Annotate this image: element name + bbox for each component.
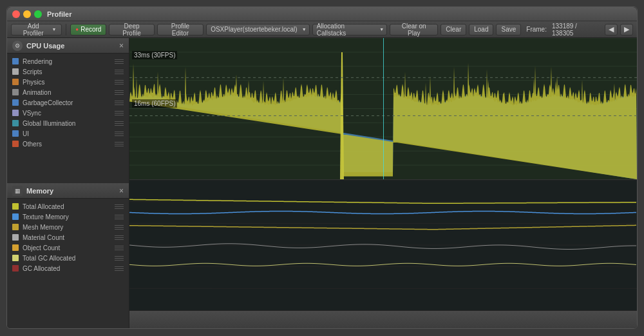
legend-line-1 (115, 235, 124, 236)
legend-line-2 (115, 123, 124, 124)
profiler-window: Profiler Add Profiler ▼ ● Record Deep Pr… (6, 6, 638, 329)
legend-item-label: VSync (23, 110, 41, 117)
legend-lines (115, 132, 124, 136)
legend-line-2 (115, 227, 124, 228)
frame-label: Frame: (526, 26, 547, 33)
legend-line-3 (115, 94, 124, 95)
window-title: Profiler (47, 10, 72, 18)
legend-line-2 (115, 144, 124, 144)
load-button[interactable]: Load (469, 24, 493, 35)
legend-line-3 (115, 63, 124, 64)
legend-item-label: GC Allocated (23, 265, 60, 272)
legend-line-3 (115, 104, 124, 105)
legend-color-swatch (12, 130, 19, 137)
cpu-33ms-label: 33ms (30FPS) (132, 51, 177, 59)
legend-color-swatch (12, 255, 19, 261)
cpu-legend-item: UI (7, 128, 129, 139)
legend-line-1 (115, 225, 124, 226)
next-frame-button[interactable]: ▶ (620, 24, 633, 35)
toolbar: Add Profiler ▼ ● Record Deep Profile Pro… (7, 21, 637, 38)
cpu-legend-item: VSync (7, 108, 129, 118)
memory-icon: ▦ (12, 186, 23, 196)
deep-profile-button[interactable]: Deep Profile (109, 24, 154, 35)
minimize-button[interactable] (23, 10, 31, 18)
cpu-legend-item: Animation (7, 87, 129, 97)
legend-line-2 (115, 237, 124, 238)
legend-lines (115, 215, 124, 219)
legend-line-3 (115, 146, 124, 146)
clear-on-play-button[interactable]: Clear on Play (390, 24, 438, 35)
legend-item-label: Physics (23, 79, 44, 86)
legend-color-swatch (12, 234, 19, 241)
legend-line-2 (115, 268, 124, 269)
memory-legend-list: Total Allocated Texture Memory Mesh Memo… (7, 199, 129, 328)
legend-item-label: Mesh Memory (23, 224, 63, 231)
save-button[interactable]: Save (496, 24, 521, 35)
cursor-line (383, 38, 384, 179)
memory-legend-item: Total Allocated (7, 201, 129, 212)
legend-item-label: GarbageCollector (23, 99, 73, 106)
clear-on-play-label: Clear on Play (395, 23, 433, 37)
legend-lines (115, 142, 124, 146)
bottom-bar (129, 310, 637, 328)
left-panel: ⚙ CPU Usage × Rendering Scripts Physics (7, 38, 129, 328)
add-profiler-button[interactable]: Add Profiler ▼ (11, 24, 62, 35)
legend-line-3 (115, 239, 124, 240)
cpu-legend-list: Rendering Scripts Physics (7, 54, 129, 183)
memory-panel-title: Memory (26, 187, 53, 195)
next-icon: ▶ (624, 25, 629, 34)
target-dropdown[interactable]: OSXPlayer(stoertebeker.local) (206, 24, 310, 35)
legend-lines (115, 204, 124, 209)
legend-lines (115, 246, 124, 250)
legend-line-1 (115, 80, 124, 81)
legend-lines (115, 70, 124, 74)
legend-line-2 (115, 92, 124, 93)
cpu-panel-header: ⚙ CPU Usage × (7, 38, 129, 54)
cpu-chart[interactable]: 33ms (30FPS) 16ms (60FPS) (129, 38, 637, 180)
cpu-panel-close-button[interactable]: × (119, 42, 124, 50)
legend-line-2 (115, 248, 124, 248)
close-button[interactable] (12, 10, 20, 18)
record-label: Record (80, 26, 101, 33)
right-panel: 33ms (30FPS) 16ms (60FPS) (129, 38, 637, 328)
record-button[interactable]: ● Record (70, 24, 106, 35)
legend-line-1 (115, 246, 124, 246)
memory-legend-item: GC Allocated (7, 263, 129, 273)
legend-item-label: Material Count (23, 234, 64, 241)
legend-line-2 (115, 258, 124, 259)
memory-panel-close-button[interactable]: × (119, 187, 124, 195)
load-label: Load (474, 26, 488, 33)
legend-line-1 (115, 101, 124, 101)
target-dropdown-label: OSXPlayer(stoertebeker.local) (211, 26, 298, 33)
legend-line-2 (115, 103, 124, 103)
legend-line-2 (115, 113, 124, 114)
legend-color-swatch (12, 68, 19, 75)
memory-chart[interactable] (129, 180, 637, 310)
cpu-legend-item: Others (7, 139, 129, 149)
legend-item-label: Rendering (23, 58, 52, 65)
legend-color-swatch (12, 141, 19, 147)
title-bar: Profiler (7, 7, 637, 21)
legend-line-3 (115, 260, 124, 261)
legend-line-2 (115, 82, 124, 83)
clear-button[interactable]: Clear (440, 24, 466, 35)
prev-frame-button[interactable]: ◀ (605, 24, 618, 35)
allocation-dropdown[interactable]: Allocation Callstacks (312, 24, 387, 35)
cpu-icon: ⚙ (12, 41, 23, 51)
legend-line-3 (115, 115, 124, 115)
legend-line-1 (115, 111, 124, 112)
legend-color-swatch (12, 89, 19, 95)
add-profiler-label: Add Profiler (17, 23, 50, 37)
legend-line-1 (115, 204, 124, 205)
profile-editor-button[interactable]: Profile Editor (157, 24, 204, 35)
memory-legend-item: Material Count (7, 232, 129, 242)
legend-item-label: Global Illumination (23, 120, 75, 127)
maximize-button[interactable] (34, 10, 42, 18)
legend-line-1 (115, 59, 124, 60)
legend-lines (115, 90, 124, 95)
legend-line-3 (115, 125, 124, 126)
memory-legend-item: Object Count (7, 242, 129, 253)
legend-item-label: Texture Memory (23, 213, 69, 221)
legend-line-1 (115, 121, 124, 122)
legend-lines (115, 59, 124, 64)
